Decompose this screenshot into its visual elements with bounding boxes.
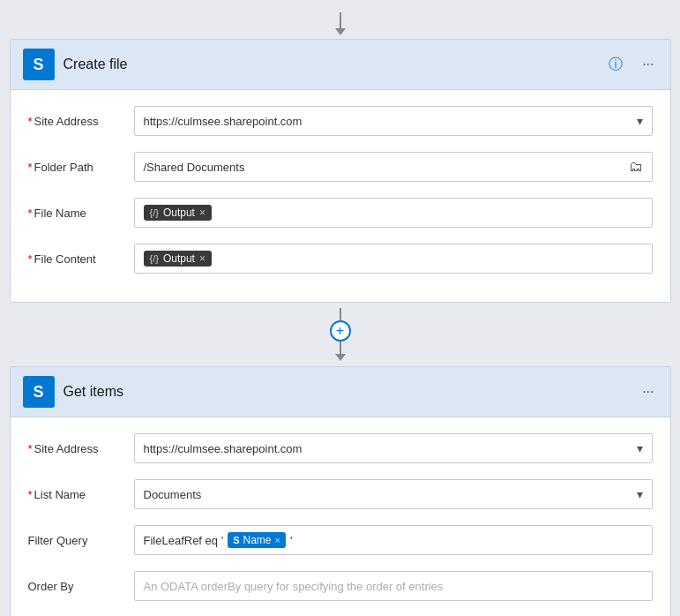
get-items-list-dropdown-arrow: ▾ bbox=[637, 487, 643, 501]
create-file-folder-path-row: *Folder Path /Shared Documents 🗂 bbox=[28, 150, 653, 184]
arrow-down bbox=[335, 28, 346, 35]
sharepoint-icon-get: S bbox=[23, 376, 55, 408]
connector-line-bottom bbox=[340, 342, 341, 354]
get-items-site-dropdown-arrow: ▾ bbox=[637, 441, 643, 455]
file-name-output-token[interactable]: {/} Output × bbox=[144, 205, 212, 221]
arrow-down-connector bbox=[335, 354, 346, 361]
create-file-folder-path-label: *Folder Path bbox=[28, 161, 134, 174]
create-file-title: Create file bbox=[64, 56, 128, 72]
get-items-list-name-input[interactable]: Documents ▾ bbox=[134, 479, 653, 509]
get-items-order-by-row: Order By An ODATA orderBy query for spec… bbox=[28, 569, 653, 603]
create-file-content-label: *File Content bbox=[28, 252, 134, 266]
create-file-name-row: *File Name {/} Output × bbox=[28, 196, 653, 229]
top-connector bbox=[335, 12, 346, 35]
get-items-order-by-input[interactable]: An ODATA orderBy query for specifying th… bbox=[134, 571, 653, 601]
get-items-filter-query-input[interactable]: FileLeafRef eq ' S Name × ' bbox=[134, 525, 653, 555]
create-file-name-label: *File Name bbox=[28, 207, 134, 220]
get-items-body: *Site Address https://culmsee.sharepoint… bbox=[11, 417, 670, 616]
create-file-more-button[interactable]: ··· bbox=[639, 55, 657, 74]
plus-connector: + bbox=[330, 308, 351, 361]
get-items-site-address-label: *Site Address bbox=[28, 442, 134, 455]
token-icon-content: {/} bbox=[150, 253, 159, 264]
create-file-site-address-row: *Site Address https://culmsee.sharepoint… bbox=[28, 104, 653, 138]
token-icon: {/} bbox=[150, 207, 159, 218]
connector-line-top bbox=[340, 308, 341, 320]
get-items-list-name-row: *List Name Documents ▾ bbox=[28, 477, 653, 511]
create-file-site-address-input[interactable]: https://culmsee.sharepoint.com ▾ bbox=[134, 106, 653, 136]
site-address-dropdown-arrow: ▾ bbox=[637, 114, 643, 128]
create-file-header-right: ⓘ ··· bbox=[605, 54, 657, 76]
sharepoint-icon-create: S bbox=[23, 49, 55, 80]
create-file-body: *Site Address https://culmsee.sharepoint… bbox=[11, 90, 670, 302]
order-by-placeholder: An ODATA orderBy query for specifying th… bbox=[144, 580, 444, 593]
get-items-filter-query-label: Filter Query bbox=[28, 534, 134, 547]
get-items-order-by-label: Order By bbox=[28, 580, 134, 593]
get-items-header: S Get items ··· bbox=[11, 367, 670, 417]
get-items-filter-query-row: Filter Query FileLeafRef eq ' S Name × ' bbox=[28, 523, 653, 557]
get-items-header-right: ··· bbox=[639, 382, 657, 402]
connector-line bbox=[340, 12, 341, 28]
get-items-header-left: S Get items bbox=[23, 376, 123, 408]
plus-circle-button[interactable]: + bbox=[330, 320, 351, 342]
sp-token-logo: S bbox=[233, 535, 239, 545]
create-file-info-button[interactable]: ⓘ bbox=[605, 54, 626, 76]
create-file-content-input[interactable]: {/} Output × bbox=[134, 244, 653, 274]
create-file-card: S Create file ⓘ ··· *Site Address https:… bbox=[10, 39, 671, 303]
create-file-folder-path-input[interactable]: /Shared Documents 🗂 bbox=[134, 152, 653, 182]
get-items-more-button[interactable]: ··· bbox=[639, 382, 657, 402]
get-items-list-name-label: *List Name bbox=[28, 488, 134, 501]
get-items-site-address-input[interactable]: https://culmsee.sharepoint.com ▾ bbox=[134, 433, 653, 463]
filter-query-sp-token[interactable]: S Name × bbox=[228, 532, 286, 548]
filter-query-token-close[interactable]: × bbox=[275, 535, 280, 545]
create-file-header-left: S Create file bbox=[23, 49, 128, 80]
get-items-site-address-row: *Site Address https://culmsee.sharepoint… bbox=[28, 432, 653, 465]
get-items-title: Get items bbox=[64, 384, 123, 400]
get-items-card: S Get items ··· *Site Address https://cu… bbox=[10, 366, 671, 616]
create-file-name-input[interactable]: {/} Output × bbox=[134, 198, 653, 228]
file-content-token-close[interactable]: × bbox=[199, 252, 205, 265]
folder-icon: 🗂 bbox=[629, 159, 643, 175]
create-file-header: S Create file ⓘ ··· bbox=[11, 40, 670, 90]
create-file-site-address-label: *Site Address bbox=[28, 115, 134, 128]
create-file-content-row: *File Content {/} Output × bbox=[28, 242, 653, 275]
file-name-token-close[interactable]: × bbox=[199, 207, 205, 219]
file-content-output-token[interactable]: {/} Output × bbox=[144, 251, 212, 267]
